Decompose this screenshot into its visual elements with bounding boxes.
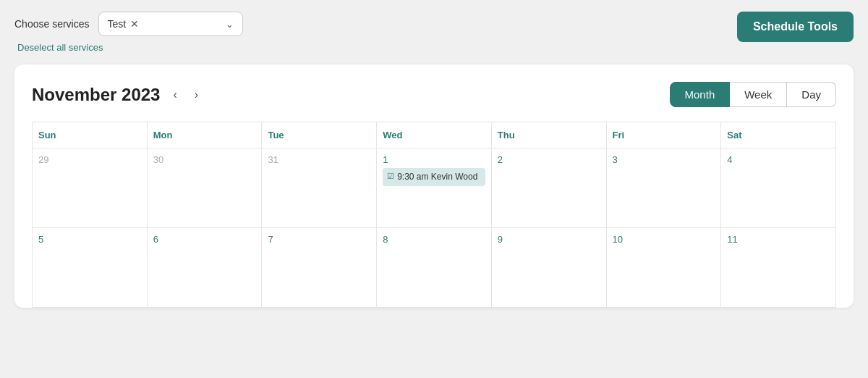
day-cell-29[interactable]: 29 — [33, 148, 148, 228]
week-view-button[interactable]: Week — [730, 82, 787, 107]
day-cell-4[interactable]: 4 — [721, 148, 836, 228]
day-number: 29 — [38, 154, 141, 165]
calendar-title: November 2023 — [32, 85, 160, 105]
day-cell-7[interactable]: 7 — [262, 228, 377, 308]
day-number: 5 — [38, 234, 141, 245]
day-number: 8 — [383, 234, 485, 245]
day-cell-30[interactable]: 30 — [148, 148, 263, 228]
next-month-button[interactable]: › — [190, 85, 203, 104]
day-header-sun: Sun — [33, 122, 148, 148]
calendar-title-nav: November 2023 ‹ › — [32, 85, 203, 105]
event-chip[interactable]: ☑ 9:30 am Kevin Wood — [383, 168, 485, 186]
day-header-thu: Thu — [492, 122, 607, 148]
day-number: 4 — [727, 154, 830, 165]
service-dropdown[interactable]: Test ✕ ⌄ — [98, 12, 243, 36]
event-chip-text: 9:30 am Kevin Wood — [397, 171, 477, 183]
day-number: 6 — [153, 234, 256, 245]
day-number: 10 — [613, 234, 715, 245]
day-number: 30 — [153, 154, 256, 165]
schedule-tools-button[interactable]: Schedule Tools — [737, 12, 854, 42]
day-header-fri: Fri — [607, 122, 722, 148]
calendar-card: November 2023 ‹ › Month Week Day Sun Mon… — [14, 64, 854, 308]
calendar-grid: Sun Mon Tue Wed Thu Fri Sat 29 30 31 1 ☑… — [32, 122, 836, 308]
day-view-button[interactable]: Day — [787, 82, 836, 107]
day-cell-2[interactable]: 2 — [492, 148, 607, 228]
day-cell-8[interactable]: 8 — [377, 228, 492, 308]
event-check-icon: ☑ — [387, 172, 394, 181]
day-number: 3 — [613, 154, 715, 165]
day-cell-31[interactable]: 31 — [262, 148, 377, 228]
top-bar: Choose services Test ✕ ⌄ Deselect all se… — [14, 12, 854, 53]
day-header-sat: Sat — [721, 122, 836, 148]
day-number: 2 — [498, 154, 600, 165]
day-number: 7 — [268, 234, 370, 245]
services-row: Choose services Test ✕ ⌄ — [14, 12, 243, 36]
day-number: 9 — [498, 234, 600, 245]
day-number: 11 — [727, 234, 830, 245]
day-cell-1[interactable]: 1 ☑ 9:30 am Kevin Wood — [377, 148, 492, 228]
day-cell-5[interactable]: 5 — [33, 228, 148, 308]
day-number: 1 — [383, 154, 485, 165]
chevron-down-icon: ⌄ — [226, 19, 234, 30]
deselect-all-link[interactable]: Deselect all services — [17, 42, 243, 53]
day-number: 31 — [268, 154, 370, 165]
prev-month-button[interactable]: ‹ — [169, 85, 181, 104]
month-view-button[interactable]: Month — [670, 82, 731, 107]
service-tag-text: Test — [108, 18, 127, 30]
choose-services-label: Choose services — [14, 18, 90, 30]
service-tag: Test ✕ — [108, 18, 140, 30]
service-remove-icon[interactable]: ✕ — [130, 18, 139, 30]
day-header-tue: Tue — [262, 122, 377, 148]
day-cell-11[interactable]: 11 — [721, 228, 836, 308]
day-cell-10[interactable]: 10 — [607, 228, 722, 308]
day-header-mon: Mon — [148, 122, 263, 148]
view-toggle: Month Week Day — [670, 82, 836, 107]
day-cell-9[interactable]: 9 — [492, 228, 607, 308]
day-cell-6[interactable]: 6 — [148, 228, 263, 308]
calendar-header: November 2023 ‹ › Month Week Day — [32, 82, 836, 107]
day-cell-3[interactable]: 3 — [607, 148, 722, 228]
day-header-wed: Wed — [377, 122, 492, 148]
services-section: Choose services Test ✕ ⌄ Deselect all se… — [14, 12, 243, 53]
